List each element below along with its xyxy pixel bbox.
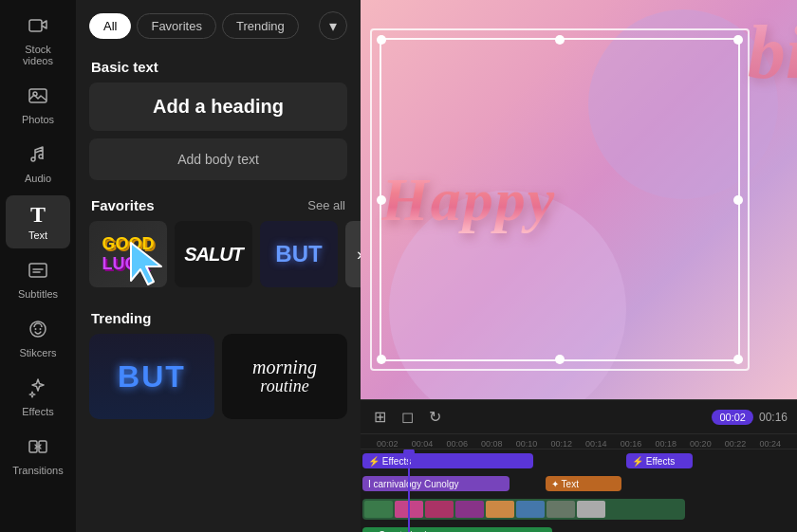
- sidebar-item-stock-videos[interactable]: Stock videos: [6, 8, 70, 74]
- video-thumb: [547, 501, 575, 518]
- trending-grid: BUT morning routine: [76, 334, 361, 432]
- sidebar-item-label: Effects: [22, 406, 53, 417]
- ruler-mark: 00:18: [648, 439, 683, 449]
- svg-rect-3: [29, 264, 46, 277]
- sidebar-item-label: Stock videos: [9, 44, 66, 66]
- filter-tab-favorites[interactable]: Favorites: [137, 13, 215, 39]
- current-time-badge: 00:02: [712, 410, 753, 425]
- see-all-button[interactable]: See all: [307, 198, 345, 212]
- favorites-section-header: Favorites See all: [76, 188, 361, 221]
- timeline-undo-button[interactable]: ↻: [425, 406, 445, 428]
- video-thumb: [516, 501, 545, 518]
- timeline-toolbar: ⊞ ◻ ↻ 00:02 00:16: [361, 400, 797, 434]
- sidebar-item-label: Text: [28, 229, 47, 241]
- trending-section-title: Trending: [76, 301, 361, 334]
- text-style-card-good-luck[interactable]: GOOD LUCK: [89, 221, 167, 287]
- right-side: Happy bi ⊞ ◻ ↻ 00:02 00:16 00:02 00:04 0…: [361, 0, 797, 532]
- ruler-mark: 00:16: [614, 439, 649, 449]
- ruler-mark: 00:08: [474, 439, 510, 449]
- filter-tab-trending[interactable]: Trending: [222, 13, 299, 39]
- favorites-grid: GOOD LUCK SALUT BUT ›: [76, 221, 361, 301]
- sidebar-item-label: Audio: [25, 173, 51, 184]
- photos-icon: [28, 85, 48, 110]
- sidebar-item-stikcers[interactable]: Stikcers: [6, 311, 70, 366]
- trending-card-morning-routine[interactable]: morning routine: [222, 334, 347, 419]
- video-thumb: [486, 501, 514, 518]
- effects-clip-right-label: ⚡ Effects: [632, 456, 675, 467]
- text-style-card-salut[interactable]: SALUT: [175, 221, 252, 287]
- svg-point-6: [40, 328, 42, 330]
- but-fav-text: BUT: [275, 241, 322, 267]
- handle-tm[interactable]: [555, 35, 565, 45]
- routine-text: routine: [260, 377, 308, 396]
- add-body-text-button[interactable]: Add body text: [89, 138, 347, 180]
- text-clip[interactable]: ✦ Text: [546, 476, 621, 491]
- sidebar-item-label: Subtitles: [18, 288, 58, 300]
- video-thumb: [364, 501, 393, 518]
- ruler-mark: 00:06: [439, 439, 474, 449]
- morning-text: morning: [252, 357, 317, 377]
- svg-rect-0: [29, 20, 42, 31]
- ruler-mark: 00:24: [752, 439, 788, 449]
- text-clip-label: ✦ Text: [551, 479, 579, 489]
- sidebar-item-photos[interactable]: Photos: [6, 78, 70, 133]
- track-row-great-dis: ▶ Great dis vive: [361, 525, 797, 532]
- sidebar-item-effects[interactable]: Effects: [6, 370, 70, 425]
- sidebar-item-text[interactable]: T Text: [6, 195, 70, 248]
- sidebar-item-subtitles[interactable]: Subtitles: [6, 252, 70, 307]
- stock-videos-icon: [28, 15, 48, 40]
- playhead[interactable]: [408, 449, 410, 532]
- handle-tl[interactable]: [377, 35, 386, 45]
- subtitles-icon: [28, 260, 48, 284]
- video-thumb: [455, 501, 484, 518]
- effects-clip-right[interactable]: ⚡ Effects: [626, 453, 693, 468]
- timeline-ruler: 00:02 00:04 00:06 00:08 00:10 00:12 00:1…: [361, 434, 797, 449]
- handle-tr[interactable]: [733, 35, 743, 45]
- effects-clip-left[interactable]: ⚡ Effects: [362, 453, 533, 468]
- handle-br[interactable]: [733, 355, 743, 364]
- add-heading-button[interactable]: Add a heading: [89, 83, 347, 131]
- happy-balloon-text: Happy: [381, 165, 556, 235]
- ruler-mark: 00:22: [718, 439, 753, 449]
- video-thumb: [425, 501, 454, 518]
- ruler-mark: 00:12: [544, 439, 579, 449]
- sidebar-item-label: Photos: [22, 114, 54, 125]
- next-favorites-button[interactable]: ›: [345, 221, 361, 287]
- track-row-effects: ⚡ Effects ⚡ Effects: [361, 451, 797, 470]
- video-strip-clip[interactable]: [362, 499, 685, 520]
- sidebar: Stock videos Photos Audio T Text Subtitl…: [0, 0, 76, 532]
- ruler-mark: 00:14: [579, 439, 614, 449]
- trending-card-but[interactable]: BUT: [89, 334, 214, 419]
- timeline-cut-button[interactable]: ⊞: [370, 406, 390, 428]
- track-row-video: [361, 497, 797, 522]
- timeline-time: 00:02 00:16: [712, 410, 788, 425]
- svg-point-5: [35, 328, 37, 330]
- canvas-background: Happy bi: [361, 0, 797, 399]
- carnivalogy-clip[interactable]: I carnivalogy Cunolgy: [362, 476, 510, 491]
- timeline-split-button[interactable]: ◻: [398, 406, 417, 428]
- track-row-carnivalogy: I carnivalogy Cunolgy ✦ Text: [361, 474, 797, 493]
- sidebar-item-audio[interactable]: Audio: [6, 137, 70, 192]
- text-style-card-but-fav[interactable]: BUT: [260, 221, 338, 287]
- sidebar-item-label: Transitions: [12, 465, 63, 476]
- happy-text-selection[interactable]: Happy: [370, 28, 750, 371]
- filter-more-button[interactable]: ▾: [319, 11, 347, 40]
- bi-balloon-text: bi: [748, 9, 797, 96]
- handle-mr[interactable]: [733, 195, 743, 205]
- filter-tab-all[interactable]: All: [89, 13, 131, 39]
- great-dis-clip[interactable]: ▶ Great dis vive: [362, 527, 552, 532]
- salut-text: SALUT: [184, 244, 243, 266]
- basic-text-section-title: Basic text: [76, 49, 361, 83]
- effects-icon: [28, 377, 48, 402]
- canvas-area: Happy bi: [361, 0, 797, 399]
- favorites-title: Favorites: [91, 197, 155, 213]
- ruler-mark: 00:10: [510, 439, 545, 449]
- good-luck-good-text: GOOD: [102, 234, 154, 254]
- handle-bl[interactable]: [377, 355, 386, 364]
- transitions-icon: [28, 436, 48, 461]
- text-panel: All Favorites Trending ▾ Basic text Add …: [76, 0, 361, 532]
- effects-clip-label: ⚡ Effects: [368, 456, 411, 467]
- sidebar-item-transitions[interactable]: Transitions: [6, 429, 70, 484]
- svg-rect-7: [29, 441, 37, 452]
- handle-bm[interactable]: [555, 355, 565, 364]
